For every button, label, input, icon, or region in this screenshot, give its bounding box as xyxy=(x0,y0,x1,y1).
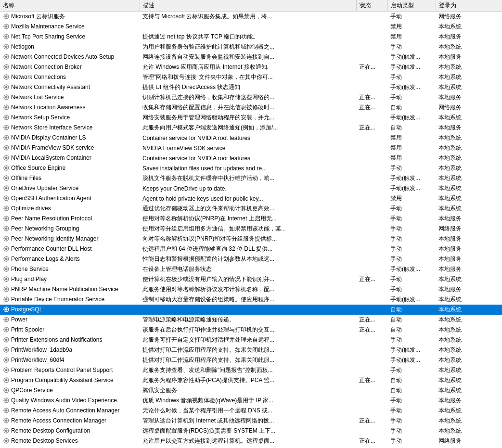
table-row[interactable]: Network Connectivity Assistant提供 UI 组件的 … xyxy=(0,82,502,92)
table-row[interactable]: Network Setup Service网络安装服务用于管理网络驱动程序的安装… xyxy=(0,113,502,123)
service-name-text: Performance Logs & Alerts xyxy=(11,256,80,262)
service-desc: 强制可移动大容量存储设备的组策略。使应用程序... xyxy=(140,294,356,305)
service-status xyxy=(356,426,387,436)
table-row[interactable]: Quality Windows Audio Video Experience优质… xyxy=(0,396,502,406)
table-row[interactable]: Peer Networking Grouping使用对等分组启用组用多方通信。如… xyxy=(0,224,502,234)
service-login: 本地系统 xyxy=(436,143,502,153)
service-startup: 手动 xyxy=(387,214,436,224)
table-row[interactable]: PNRP Machine Name Publication Service此服务… xyxy=(0,284,502,294)
service-status xyxy=(356,355,387,365)
service-name-text: Offline Files xyxy=(11,175,41,181)
service-startup: 手动(触发... xyxy=(387,264,436,274)
table-row[interactable]: PrintWorkflow_60df4提供对打印工作流应用程序的支持。如果关闭此… xyxy=(0,355,502,365)
service-name-text: Performance Counter DLL Host xyxy=(11,245,92,252)
service-login: 本地系统 xyxy=(436,204,502,214)
service-login: 本地系统 xyxy=(436,183,502,193)
service-login: 本地系统 xyxy=(436,385,502,396)
table-row[interactable]: Network Store Interface Service此服务向用户模式客… xyxy=(0,123,502,133)
table-row[interactable]: OpenSSH Authentication AgentAgent to hol… xyxy=(0,193,502,204)
service-login: 本地服务 xyxy=(436,396,502,406)
table-row[interactable]: Network Connections管理"网络和拨号连接"文件夹中对象，在其中… xyxy=(0,72,502,82)
service-desc: 提供 UI 组件的 DirectAccess 状态通知 xyxy=(140,82,356,92)
table-row[interactable]: Power管理电源策略和电源策略通知传递。正在...自动本地系统 xyxy=(0,315,502,325)
service-name-text: Plug and Play xyxy=(11,276,47,282)
service-status: 正在... xyxy=(356,92,387,102)
service-name-text: Power xyxy=(11,316,27,323)
table-row[interactable]: Offline Files脱机文件服务在脱机文件缓存中执行维护活动，响...手动… xyxy=(0,173,502,183)
service-startup: 自动 xyxy=(387,375,436,385)
service-name-text: Peer Networking Identity Manager xyxy=(11,235,98,242)
service-status: 正在... xyxy=(356,62,387,72)
table-row[interactable]: Printer Extensions and Notifications此服务可… xyxy=(0,335,502,345)
col-header-status[interactable]: 状态 xyxy=(356,0,387,12)
col-header-name[interactable]: 名称 xyxy=(0,0,140,12)
service-name: Printer Extensions and Notifications xyxy=(0,335,140,345)
table-row[interactable]: OneDrive Updater ServiceKeeps your OneDr… xyxy=(0,183,502,193)
service-desc: Saves installation files used for update… xyxy=(140,163,356,173)
table-row[interactable]: Remote Access Connection Manager管理从这台计算机… xyxy=(0,416,502,426)
service-desc: 使用对等分组启用组用多方通信。如果禁用该功能，某... xyxy=(140,224,356,234)
table-row[interactable]: NVIDIA Display Container LSContainer ser… xyxy=(0,133,502,143)
table-row[interactable]: Portable Device Enumerator Service强制可移动大… xyxy=(0,294,502,305)
table-row[interactable]: NVIDIA LocalSystem ContainerContainer se… xyxy=(0,153,502,163)
table-row[interactable]: Net.Tcp Port Sharing Service提供通过 net.tcp… xyxy=(0,32,502,42)
table-row[interactable]: Problem Reports Control Panel Support此服务… xyxy=(0,365,502,375)
svg-point-85 xyxy=(5,156,8,159)
service-startup: 禁用 xyxy=(387,153,436,163)
service-desc xyxy=(140,22,356,32)
table-row[interactable]: Program Compatibility Assistant Service此… xyxy=(0,375,502,385)
service-name: OneDrive Updater Service xyxy=(0,183,140,193)
service-status xyxy=(356,204,387,214)
table-row[interactable]: Optimize drives通过优化存储驱动器上的文件来帮助计算机更高效...… xyxy=(0,204,502,214)
table-row[interactable]: Performance Counter DLL Host使远程用户和 64 位进… xyxy=(0,244,502,254)
table-row[interactable]: Office Source EngineSaves installation f… xyxy=(0,163,502,173)
service-status xyxy=(356,305,387,315)
col-header-desc[interactable]: 描述 xyxy=(140,0,356,12)
table-row[interactable]: Network Connected Devices Auto-Setup网络连接… xyxy=(0,52,502,62)
service-login: 本地服务 xyxy=(436,32,502,42)
service-desc: 使远程用户和 64 位进程能够查询 32 位 DLL 提供... xyxy=(140,244,356,254)
table-row[interactable]: Remote Access Auto Connection Manager无论什… xyxy=(0,406,502,416)
service-startup: 手动 xyxy=(387,12,436,22)
table-row[interactable]: Remote Desktop Services允许用户以交互方式连接到远程计算机… xyxy=(0,436,502,446)
table-row[interactable]: QPCore Service腾讯安全服务自动本地系统 xyxy=(0,385,502,396)
service-startup: 手动(触发... xyxy=(387,113,436,123)
table-row-selected[interactable]: PostgreSQL自动本地系统 xyxy=(0,305,502,315)
table-row[interactable]: Microsoft 云标识服务支持与 Microsoft 云标识服务集成。如果禁… xyxy=(0,12,502,22)
table-row[interactable]: Peer Networking Identity Manager向对等名称解析协… xyxy=(0,234,502,244)
service-status: 正在... xyxy=(356,416,387,426)
service-desc: 远程桌面配置服务(RDCS)负责需要 SYSTEM 上下... xyxy=(140,426,356,436)
svg-point-217 xyxy=(5,379,8,381)
table-row[interactable]: Remote Desktop Configuration远程桌面配置服务(RDC… xyxy=(0,426,502,436)
service-status: 正在... xyxy=(356,102,387,113)
col-header-login[interactable]: 登录为 xyxy=(436,0,502,12)
table-row[interactable]: PrintWorkflow_1dadb9a提供对打印工作流应用程序的支持。如果关… xyxy=(0,345,502,355)
table-row[interactable]: Network List Service识别计算机已连接的网络，收集和存储这些网… xyxy=(0,92,502,102)
table-row[interactable]: Performance Logs & Alerts性能日志和警报根据预配置的计划… xyxy=(0,254,502,264)
table-row[interactable]: Mozilla Maintenance Service禁用本地系统 xyxy=(0,22,502,32)
service-name: Print Spooler xyxy=(0,325,140,335)
service-login: 本地服务 xyxy=(436,52,502,62)
service-startup: 手动(触发... xyxy=(387,52,436,62)
table-row[interactable]: Phone Service在设备上管理电话服务状态手动(触发...本地服务 xyxy=(0,264,502,274)
service-desc: 此服务向用户模式客户端发送网络通知(例如，添加/... xyxy=(140,123,356,133)
service-login: 本地系统 xyxy=(436,416,502,426)
service-name-text: Network Connectivity Assistant xyxy=(11,84,90,90)
service-name: Network Connected Devices Auto-Setup xyxy=(0,52,140,62)
col-header-startup[interactable]: 启动类型 xyxy=(387,0,436,12)
service-login: 本地服务 xyxy=(436,214,502,224)
table-row[interactable]: NVIDIA FrameView SDK serviceNVIDIA Frame… xyxy=(0,143,502,153)
table-row[interactable]: Peer Name Resolution Protocol使用对等名称解析协议(… xyxy=(0,214,502,224)
table-row[interactable]: Network Location Awareness收集和存储网络的配置信息，并… xyxy=(0,102,502,113)
service-name: OpenSSH Authentication Agent xyxy=(0,193,140,204)
service-startup: 手动 xyxy=(387,396,436,406)
table-row[interactable]: Network Connection Broker允许 Windows 应用商店… xyxy=(0,62,502,72)
service-desc: 在设备上管理电话服务状态 xyxy=(140,264,356,274)
service-startup: 手动 xyxy=(387,416,436,426)
table-row[interactable]: Netlogon为用户和服务身份验证维护此计算机和域控制器之...手动本地系统 xyxy=(0,42,502,52)
service-desc: 腾讯安全服务 xyxy=(140,385,356,396)
table-row[interactable]: Plug and Play使计算机在极少或没有用户输入的情况下能识别并...正在… xyxy=(0,274,502,284)
service-icon xyxy=(3,33,10,40)
table-row[interactable]: Print Spooler该服务在后台执行打印作业并处理与打印机的交互...正在… xyxy=(0,325,502,335)
service-startup: 禁用 xyxy=(387,143,436,153)
